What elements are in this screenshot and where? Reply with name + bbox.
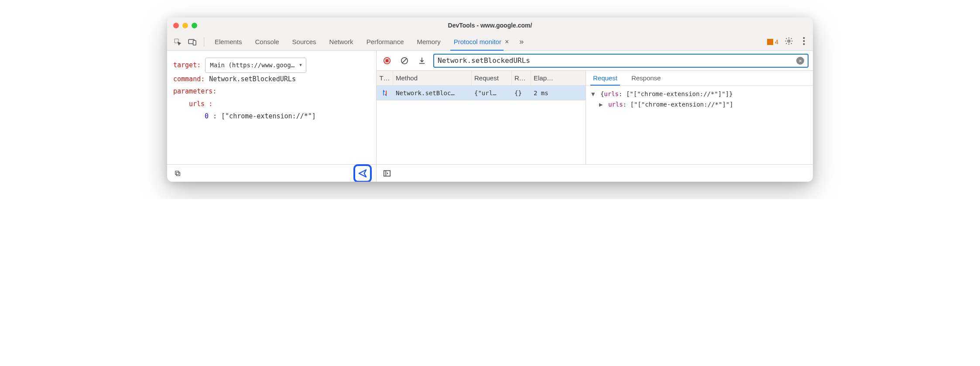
- device-toggle-icon[interactable]: [186, 36, 199, 48]
- settings-icon[interactable]: [781, 37, 797, 47]
- toggle-sidebar-icon[interactable]: [381, 167, 393, 180]
- log-toolbar: Network.setBlockedURLs ✕: [377, 51, 813, 71]
- expand-icon[interactable]: ▼: [591, 90, 595, 97]
- tab-elements[interactable]: Elements: [209, 33, 247, 50]
- collapse-icon[interactable]: ▶: [599, 101, 603, 108]
- svg-rect-7: [176, 172, 180, 176]
- tab-protocol-monitor-label: Protocol monitor: [454, 38, 501, 45]
- detail-body: ▼ {urls: ["["chrome-extension://*"]"]} ▶…: [586, 86, 813, 114]
- parameters-row: parameters:: [173, 85, 370, 98]
- window-title: DevTools - www.google.com/: [167, 22, 813, 29]
- right-footer: [377, 164, 813, 182]
- window-titlebar: DevTools - www.google.com/: [167, 17, 813, 33]
- param-item-row: 0 : ["chrome-extension://*"]: [173, 110, 370, 123]
- prop-urls-2: urls: [608, 101, 623, 108]
- row-elapsed: 2 ms: [531, 86, 586, 100]
- issues-count: 4: [775, 38, 778, 45]
- col-method[interactable]: Method: [393, 71, 472, 85]
- param-urls-row: urls :: [173, 98, 370, 110]
- close-tab-icon[interactable]: ×: [505, 38, 509, 46]
- detail-panel: Request Response ▼ {urls: ["["chrome-ext…: [586, 71, 813, 164]
- more-options-icon[interactable]: [799, 37, 809, 46]
- svg-rect-10: [385, 59, 388, 62]
- clear-log-icon[interactable]: [398, 55, 411, 67]
- detail-tab-request[interactable]: Request: [590, 71, 620, 85]
- label-command: command:: [173, 73, 205, 86]
- col-type[interactable]: T…: [377, 71, 393, 85]
- row-type-icon: [377, 86, 393, 100]
- copy-icon[interactable]: [171, 167, 184, 180]
- col-elapsed[interactable]: Elap…: [531, 71, 586, 85]
- tab-performance[interactable]: Performance: [361, 33, 409, 50]
- send-command-button[interactable]: [353, 164, 372, 182]
- brace-close: }: [729, 90, 733, 97]
- svg-line-12: [403, 59, 407, 62]
- tab-network[interactable]: Network: [324, 33, 359, 50]
- label-parameters: parameters:: [173, 85, 216, 98]
- table-row[interactable]: Network.setBloc… {"url… {} 2 ms: [377, 86, 586, 100]
- svg-point-4: [803, 37, 805, 39]
- log-table-header: T… Method Request R… Elap…: [377, 71, 586, 86]
- row-method: Network.setBloc…: [393, 86, 472, 100]
- tab-console[interactable]: Console: [250, 33, 284, 50]
- param-index: 0: [205, 110, 209, 123]
- prop-urls-1: urls: [604, 90, 619, 97]
- traffic-lights: [173, 23, 197, 28]
- row-response: {}: [512, 86, 531, 100]
- command-value[interactable]: Network.setBlockedURLs: [209, 73, 296, 86]
- param-value[interactable]: ["chrome-extension://*"]: [221, 110, 316, 123]
- target-select[interactable]: Main (https://www.goog…: [205, 58, 306, 73]
- command-row: command: Network.setBlockedURLs: [173, 73, 370, 86]
- tab-sources[interactable]: Sources: [287, 33, 322, 50]
- detail-tabs: Request Response: [586, 71, 813, 86]
- log-body: T… Method Request R… Elap… Network.setBl…: [377, 71, 813, 164]
- target-row: target: Main (https://www.goog…: [173, 58, 370, 73]
- protocol-log-panel: Network.setBlockedURLs ✕ T… Method Reque…: [377, 51, 813, 182]
- svg-rect-8: [175, 171, 179, 174]
- filter-input-value: Network.setBlockedURLs: [438, 56, 796, 65]
- label-target: target:: [173, 59, 201, 72]
- main-content: target: Main (https://www.goog… command:…: [167, 51, 813, 182]
- command-editor-panel: target: Main (https://www.goog… command:…: [167, 51, 377, 182]
- detail-tab-response[interactable]: Response: [629, 71, 664, 85]
- svg-point-6: [803, 43, 805, 45]
- devtools-window: DevTools - www.google.com/ Elements Cons…: [167, 17, 813, 182]
- close-window-button[interactable]: [173, 23, 179, 28]
- val-2: ["["chrome-extension://*"]"]: [630, 101, 733, 108]
- record-button[interactable]: [381, 55, 393, 67]
- editor-footer: [167, 164, 376, 182]
- maximize-window-button[interactable]: [192, 23, 197, 28]
- tab-memory[interactable]: Memory: [412, 33, 446, 50]
- svg-point-5: [803, 40, 805, 42]
- col-request[interactable]: Request: [472, 71, 512, 85]
- tree-line-child[interactable]: ▶ urls: ["["chrome-extension://*"]"]: [591, 100, 808, 110]
- download-icon[interactable]: [416, 55, 428, 67]
- param-key: urls :: [189, 98, 212, 110]
- log-table: T… Method Request R… Elap… Network.setBl…: [377, 71, 586, 164]
- minimize-window-button[interactable]: [182, 23, 188, 28]
- filter-input[interactable]: Network.setBlockedURLs ✕: [433, 54, 809, 68]
- tree-line-root[interactable]: ▼ {urls: ["["chrome-extension://*"]"]}: [591, 89, 808, 100]
- clear-filter-icon[interactable]: ✕: [796, 57, 804, 65]
- val-1: ["["chrome-extension://*"]"]: [626, 90, 729, 97]
- col-response[interactable]: R…: [512, 71, 531, 85]
- inspect-element-icon[interactable]: [171, 36, 184, 48]
- param-colon: :: [213, 110, 217, 123]
- command-editor-body: target: Main (https://www.goog… command:…: [167, 51, 376, 164]
- svg-point-3: [788, 40, 790, 42]
- svg-rect-2: [193, 40, 196, 45]
- warning-icon: [767, 39, 773, 45]
- main-toolbar: Elements Console Sources Network Perform…: [167, 33, 813, 51]
- tab-protocol-monitor[interactable]: Protocol monitor ×: [449, 33, 514, 50]
- row-request: {"url…: [472, 86, 512, 100]
- issues-badge[interactable]: 4: [767, 38, 778, 45]
- more-tabs-icon[interactable]: »: [519, 37, 524, 46]
